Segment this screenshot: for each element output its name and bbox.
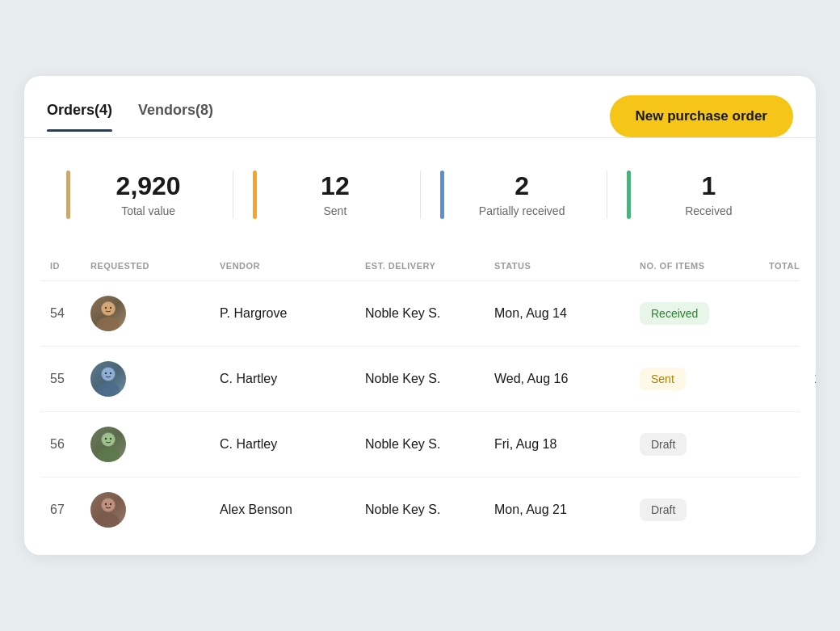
num-items: 3: [769, 503, 816, 517]
svg-point-11: [97, 448, 120, 462]
stat-partially-received-content: 2 Partially received: [457, 172, 587, 217]
num-items: 12: [769, 372, 816, 386]
stat-sent: 12 Sent: [233, 154, 419, 235]
table-row[interactable]: 55 C. Hartley Noble Key S. Wed, Aug 16: [40, 346, 800, 411]
status-badge: Draft: [640, 433, 687, 456]
order-id: 56: [50, 437, 90, 452]
avatar-illustration: [90, 296, 126, 331]
col-header-vendor: VENDOR: [220, 261, 365, 271]
status-badge: Received: [640, 302, 709, 325]
orders-table: ID REQUESTED VENDOR EST. DELIVERY STATUS…: [24, 255, 816, 542]
order-id: 54: [50, 306, 90, 321]
partially-received-bar: [440, 170, 444, 219]
svg-point-9: [110, 372, 111, 374]
est-delivery: Mon, Aug 14: [494, 306, 640, 321]
svg-point-8: [105, 372, 107, 374]
vendor-name: Noble Key S.: [365, 372, 494, 386]
col-header-total: TOTAL: [769, 261, 816, 271]
sent-number: 12: [321, 172, 350, 200]
svg-point-19: [110, 503, 111, 505]
tab-vendors[interactable]: Vendors(8): [138, 102, 213, 132]
col-header-num-items: NO. OF ITEMS: [640, 261, 769, 271]
vendor-name: Noble Key S.: [365, 437, 494, 452]
svg-point-13: [105, 438, 107, 440]
num-items: 4: [769, 306, 816, 321]
requester-avatar-cell: [90, 427, 220, 462]
svg-point-17: [102, 498, 115, 511]
order-id: 55: [50, 372, 90, 386]
svg-point-2: [102, 302, 115, 315]
total-value-bar: [66, 170, 70, 219]
header: Orders(4) Vendors(8) New purchase order: [24, 76, 816, 137]
table-row[interactable]: 56 C. Hartley Noble Key S. Fri, Aug 18: [40, 411, 800, 477]
avatar: [90, 296, 126, 331]
vendor-name: Noble Key S.: [365, 503, 494, 517]
est-delivery: Fri, Aug 18: [494, 437, 640, 452]
svg-point-7: [102, 368, 115, 381]
svg-point-6: [97, 382, 120, 397]
avatar-illustration: [90, 427, 126, 462]
col-header-status: STATUS: [494, 261, 640, 271]
avatar: [90, 427, 126, 462]
requester-name: C. Hartley: [220, 372, 365, 386]
svg-point-1: [97, 317, 120, 331]
received-number: 1: [701, 172, 716, 200]
col-header-est-delivery: EST. DELIVERY: [365, 261, 494, 271]
tab-orders[interactable]: Orders(4): [47, 102, 112, 132]
status-cell: Received: [640, 302, 769, 325]
avatar-illustration: [90, 361, 126, 397]
stat-partially-received: 2 Partially received: [421, 154, 607, 235]
svg-point-18: [105, 503, 107, 505]
stat-total-value: 2,920 Total value: [47, 154, 233, 235]
est-delivery: Mon, Aug 21: [494, 503, 640, 517]
partially-received-label: Partially received: [479, 204, 565, 217]
table-row[interactable]: 54 P. Hargrove Noble Key S. Mon, Aug 14: [40, 280, 800, 346]
stats-row: 2,920 Total value 12 Sent 2 Partially re…: [24, 154, 816, 235]
stat-received-content: 1 Received: [644, 172, 774, 217]
svg-point-4: [110, 307, 111, 309]
tabs: Orders(4) Vendors(8): [47, 102, 213, 132]
received-bar: [627, 170, 631, 219]
status-badge: Draft: [640, 498, 687, 521]
avatar: [90, 361, 126, 397]
total-value-label: Total value: [121, 204, 175, 217]
received-label: Received: [685, 204, 732, 217]
header-divider: [24, 137, 816, 138]
col-header-requested: REQUESTED: [90, 261, 220, 271]
requester-name: C. Hartley: [220, 437, 365, 452]
requester-avatar-cell: [90, 361, 220, 397]
requester-avatar-cell: [90, 492, 220, 528]
table-header-row: ID REQUESTED VENDOR EST. DELIVERY STATUS…: [40, 255, 800, 277]
stat-sent-content: 12 Sent: [270, 172, 400, 217]
svg-point-12: [102, 433, 115, 446]
num-items: 1: [769, 437, 816, 452]
sent-bar: [253, 170, 257, 219]
total-value-number: 2,920: [116, 172, 181, 200]
table-row[interactable]: 67 Alex Benson Noble Key S. Mon, Aug 21: [40, 477, 800, 542]
avatar-illustration: [90, 492, 126, 528]
order-id: 67: [50, 503, 90, 517]
est-delivery: Wed, Aug 16: [494, 372, 640, 386]
partially-received-number: 2: [514, 172, 529, 200]
main-card: Orders(4) Vendors(8) New purchase order …: [24, 76, 816, 555]
svg-point-16: [97, 513, 120, 528]
status-cell: Draft: [640, 498, 769, 521]
requester-avatar-cell: [90, 296, 220, 331]
vendor-name: Noble Key S.: [365, 306, 494, 321]
status-cell: Sent: [640, 368, 769, 390]
stat-total-value-content: 2,920 Total value: [83, 172, 213, 217]
requester-name: P. Hargrove: [220, 306, 365, 321]
svg-point-14: [110, 438, 111, 440]
sent-label: Sent: [323, 204, 346, 217]
col-header-id: ID: [50, 261, 90, 271]
avatar: [90, 492, 126, 528]
status-cell: Draft: [640, 433, 769, 456]
new-purchase-order-button[interactable]: New purchase order: [610, 95, 793, 137]
stat-received: 1 Received: [607, 154, 793, 235]
svg-point-3: [105, 307, 107, 309]
status-badge: Sent: [640, 368, 686, 390]
requester-name: Alex Benson: [220, 503, 365, 517]
